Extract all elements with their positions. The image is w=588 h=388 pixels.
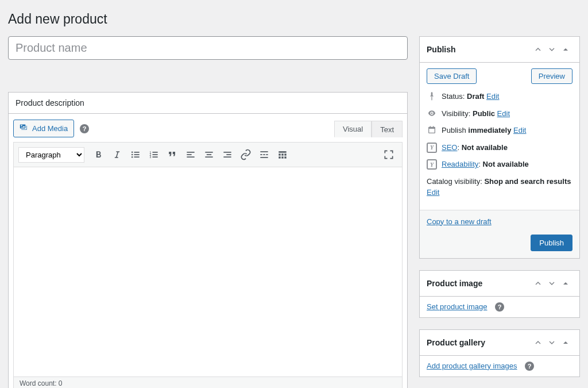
svg-rect-9: [153, 152, 158, 153]
publish-button[interactable]: Publish: [531, 235, 572, 251]
svg-rect-22: [260, 154, 262, 155]
save-draft-button[interactable]: Save Draft: [427, 68, 477, 84]
numbered-list-button[interactable]: 123: [145, 146, 163, 163]
svg-rect-31: [281, 156, 283, 158]
svg-rect-27: [278, 153, 280, 155]
product-image-panel: Product image Set product image ?: [419, 270, 580, 318]
svg-rect-10: [153, 154, 158, 155]
bold-button[interactable]: [90, 146, 107, 163]
copy-draft-link[interactable]: Copy to a new draft: [427, 217, 492, 226]
italic-button[interactable]: [109, 146, 126, 163]
product-name-input[interactable]: [8, 36, 408, 60]
edit-visibility-link[interactable]: Edit: [497, 109, 510, 118]
seo-icon: Y: [427, 142, 437, 153]
svg-rect-25: [260, 157, 268, 158]
move-up-icon[interactable]: [531, 336, 545, 349]
svg-rect-15: [205, 152, 212, 153]
svg-rect-30: [278, 156, 280, 158]
move-up-icon[interactable]: [531, 43, 545, 56]
edit-status-link[interactable]: Edit: [486, 92, 499, 101]
product-image-heading: Product image: [427, 279, 531, 288]
svg-rect-28: [281, 153, 283, 155]
format-select[interactable]: Paragraph: [18, 147, 84, 163]
tab-text[interactable]: Text: [372, 121, 403, 137]
editor-toolbar: Paragraph 123: [13, 142, 403, 167]
bullet-list-button[interactable]: [127, 146, 144, 163]
svg-rect-20: [223, 156, 231, 157]
read-more-button[interactable]: [256, 146, 273, 163]
svg-rect-36: [433, 126, 434, 128]
preview-button[interactable]: Preview: [531, 68, 572, 84]
description-heading: Product description: [9, 93, 407, 114]
svg-rect-34: [429, 127, 435, 129]
move-down-icon[interactable]: [545, 276, 559, 290]
svg-rect-16: [207, 154, 211, 155]
svg-rect-23: [263, 154, 265, 155]
add-gallery-images-link[interactable]: Add product gallery images: [427, 362, 517, 370]
svg-rect-4: [134, 154, 140, 155]
publish-heading: Publish: [427, 45, 531, 54]
svg-rect-32: [284, 156, 286, 158]
page-title: Add new product: [8, 11, 580, 27]
svg-rect-35: [430, 126, 431, 128]
svg-rect-5: [134, 156, 140, 157]
product-gallery-heading: Product gallery: [427, 338, 531, 347]
svg-rect-24: [266, 154, 268, 155]
svg-rect-19: [226, 154, 231, 155]
align-center-button[interactable]: [200, 146, 218, 163]
toolbar-toggle-button[interactable]: [274, 146, 291, 163]
align-left-button[interactable]: [182, 146, 199, 163]
pin-icon: [427, 91, 437, 101]
add-media-button[interactable]: Add Media: [13, 120, 74, 137]
move-down-icon[interactable]: [545, 336, 559, 349]
eye-icon: [427, 108, 437, 118]
svg-rect-17: [205, 156, 212, 157]
svg-rect-11: [153, 156, 158, 157]
svg-point-1: [131, 154, 133, 156]
editor-status-bar: Word count: 0: [13, 377, 403, 388]
toggle-panel-icon[interactable]: [559, 336, 572, 349]
svg-rect-14: [187, 156, 194, 157]
svg-point-0: [131, 152, 133, 153]
svg-rect-21: [260, 151, 268, 152]
svg-rect-3: [134, 152, 140, 153]
edit-catalog-link[interactable]: Edit: [427, 188, 439, 197]
svg-rect-13: [187, 154, 191, 155]
product-gallery-panel: Product gallery Add product gallery imag…: [419, 329, 580, 377]
svg-rect-29: [284, 153, 286, 155]
editor-content-area[interactable]: [13, 167, 403, 377]
help-icon[interactable]: ?: [80, 124, 89, 133]
calendar-icon: [427, 125, 437, 135]
blockquote-button[interactable]: [164, 146, 181, 163]
readability-icon: Y: [427, 159, 437, 170]
help-icon[interactable]: ?: [495, 302, 504, 312]
media-icon: [20, 123, 29, 134]
link-button[interactable]: [237, 146, 254, 163]
publish-panel: Publish Save Draft Preview Status: Draft…: [419, 36, 580, 259]
tab-visual[interactable]: Visual: [334, 121, 372, 137]
move-up-icon[interactable]: [531, 276, 545, 290]
description-postbox: Product description Add Media ? Visual T…: [8, 92, 408, 388]
move-down-icon[interactable]: [545, 43, 559, 56]
seo-link[interactable]: SEO: [442, 143, 457, 152]
svg-point-2: [131, 156, 133, 158]
toggle-panel-icon[interactable]: [559, 276, 572, 290]
edit-schedule-link[interactable]: Edit: [513, 126, 526, 135]
fullscreen-button[interactable]: [380, 146, 397, 163]
svg-rect-18: [223, 152, 231, 153]
svg-rect-12: [187, 152, 194, 153]
svg-rect-26: [278, 151, 286, 153]
align-right-button[interactable]: [219, 146, 236, 163]
toggle-panel-icon[interactable]: [559, 43, 572, 56]
set-product-image-link[interactable]: Set product image: [427, 302, 488, 311]
help-icon[interactable]: ?: [525, 362, 534, 371]
readability-link[interactable]: Readability: [442, 160, 478, 168]
svg-text:3: 3: [150, 155, 152, 159]
